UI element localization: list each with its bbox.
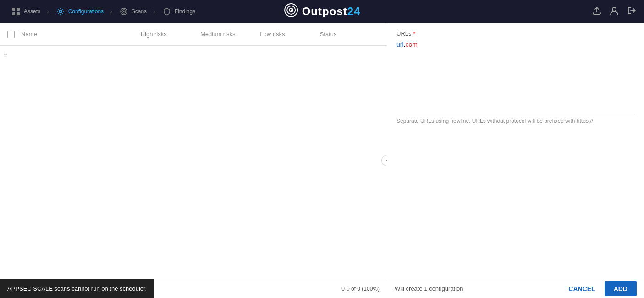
- filter-icon[interactable]: ≡: [4, 51, 7, 59]
- topnav-right: [592, 6, 637, 18]
- nav-label-findings: Findings: [175, 8, 195, 15]
- pagination-text: 0-0 of 0 (100%): [341, 286, 380, 292]
- logo-icon: [284, 3, 298, 20]
- nav-item-configurations[interactable]: Configurations: [52, 4, 107, 19]
- topnav: Assets › Configurations › Scans: [0, 0, 644, 23]
- settings-icon: [55, 6, 66, 17]
- url-red-part: com: [405, 41, 417, 48]
- url-value: url.com: [396, 41, 635, 48]
- main-layout: Name High risks Medium risks Low risks S…: [0, 23, 644, 298]
- urls-textarea-area[interactable]: url.com: [396, 41, 635, 114]
- user-icon[interactable]: [609, 6, 619, 18]
- svg-rect-2: [12, 12, 15, 15]
- svg-point-4: [59, 10, 62, 13]
- col-status: Status: [320, 31, 380, 38]
- nav-items: Assets › Configurations › Scans: [7, 4, 199, 19]
- shield-icon: [162, 6, 172, 17]
- grid-icon: [11, 6, 21, 17]
- status-bar: APPSEC SCALE scans cannot run on the sch…: [0, 279, 154, 298]
- svg-point-12: [612, 7, 616, 11]
- bottom-actions: CANCEL ADD: [563, 281, 637, 296]
- config-info-text: Will create 1 configuration: [395, 285, 463, 292]
- nav-item-assets[interactable]: Assets: [7, 4, 44, 19]
- upload-icon[interactable]: [592, 6, 602, 18]
- logo-text: Outpost24: [302, 5, 361, 18]
- table-body: ≡: [0, 46, 387, 279]
- svg-point-11: [290, 10, 292, 11]
- nav-label-scans: Scans: [132, 8, 147, 15]
- right-panel: URLs * url.com Separate URLs using newli…: [387, 23, 644, 298]
- select-all-checkbox[interactable]: [7, 31, 15, 38]
- nav-item-findings[interactable]: Findings: [158, 4, 199, 19]
- left-panel: Name High risks Medium risks Low risks S…: [0, 23, 387, 298]
- checkbox-col: [7, 31, 21, 38]
- status-message: APPSEC SCALE scans cannot run on the sch…: [7, 285, 147, 292]
- nav-item-scans[interactable]: Scans: [115, 4, 150, 19]
- nav-label-configurations: Configurations: [68, 8, 104, 15]
- nav-sep-1: ›: [47, 8, 49, 15]
- logo: Outpost24: [284, 3, 361, 20]
- svg-rect-0: [12, 8, 15, 11]
- url-hint: Separate URLs using newline. URLs withou…: [396, 118, 635, 124]
- nav-sep-2: ›: [110, 8, 112, 15]
- col-high-risks: High risks: [141, 31, 200, 38]
- col-low-risks: Low risks: [260, 31, 319, 38]
- nav-sep-3: ›: [153, 8, 155, 15]
- right-bottom-bar: Will create 1 configuration CANCEL ADD: [387, 279, 644, 298]
- right-panel-content: URLs * url.com Separate URLs using newli…: [387, 23, 644, 279]
- url-blue-part: url: [396, 41, 404, 48]
- nav-label-assets: Assets: [24, 8, 40, 15]
- col-name: Name: [21, 31, 141, 38]
- logout-icon[interactable]: [627, 6, 637, 18]
- urls-required: *: [412, 30, 416, 37]
- svg-rect-3: [17, 12, 20, 15]
- cancel-button[interactable]: CANCEL: [563, 282, 600, 295]
- add-button[interactable]: ADD: [605, 281, 637, 296]
- urls-label: URLs *: [396, 30, 635, 37]
- scans-icon: [119, 6, 129, 17]
- col-medium-risks: Medium risks: [200, 31, 260, 38]
- svg-point-7: [123, 11, 124, 12]
- table-header: Name High risks Medium risks Low risks S…: [0, 23, 387, 46]
- svg-rect-1: [17, 8, 20, 11]
